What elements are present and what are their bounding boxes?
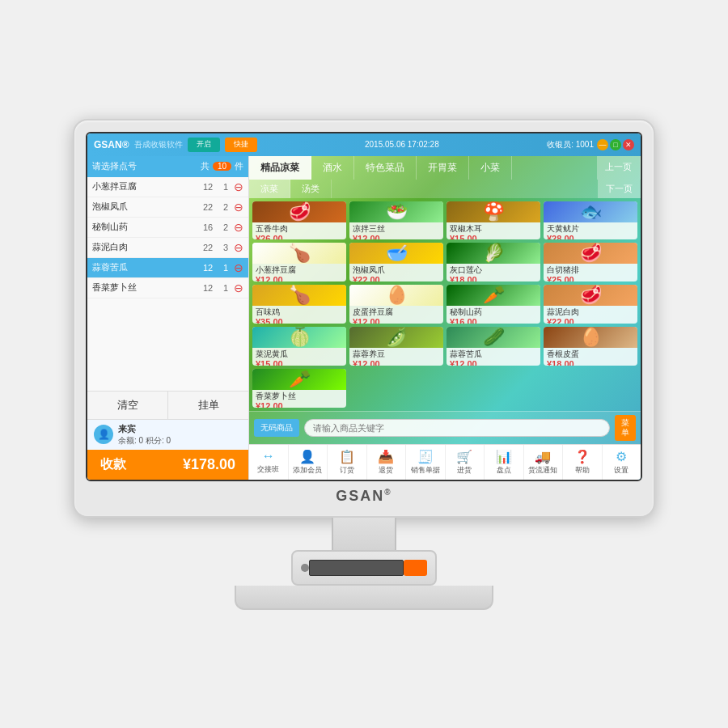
food-card[interactable]: 🥩 五香牛肉 ¥26.00 (252, 201, 346, 240)
food-card[interactable]: 🍗 小葱拌豆腐 ¥12.00 (252, 243, 346, 281)
minimize-btn[interactable]: — (597, 139, 608, 150)
food-name: 双椒木耳 (450, 224, 537, 234)
action-icon-退货[interactable]: 📥 退货 (367, 445, 407, 480)
food-image: 🥩 (252, 201, 346, 222)
food-card[interactable]: 🥕 秘制山药 ¥16.00 (447, 285, 540, 324)
order-item-delete[interactable]: ⊖ (234, 261, 243, 274)
action-icon-symbol: ⚙ (616, 449, 627, 464)
cat-tab-4[interactable]: 小菜 (469, 156, 512, 180)
order-item[interactable]: 泡椒凤爪 22 2 ⊖ (87, 197, 248, 218)
food-card[interactable]: 🥣 泡椒凤爪 ¥22.00 (349, 243, 443, 281)
food-image: 🥕 (447, 285, 540, 306)
action-icon-进货[interactable]: 🛒 进货 (446, 445, 485, 480)
action-icon-销售单据[interactable]: 🧾 销售单据 (406, 445, 446, 480)
food-price: ¥12.00 (450, 359, 537, 366)
brand-label: GSAN® (86, 481, 642, 508)
order-item[interactable]: 蒜泥白肉 22 3 ⊖ (87, 238, 248, 258)
next-page-btn[interactable]: 下一页 (598, 180, 641, 198)
cat-tab-0[interactable]: 精品凉菜 (249, 156, 311, 180)
checkout-amount: ¥178.00 (183, 456, 235, 473)
food-price: ¥28.00 (547, 234, 634, 240)
food-info: 双椒木耳 ¥15.00 (447, 222, 540, 240)
food-name: 泡椒凤爪 (353, 265, 440, 275)
sub-tab-0[interactable]: 凉菜 (249, 180, 290, 198)
order-item-delete[interactable]: ⊖ (234, 201, 243, 214)
food-card[interactable]: 🥩 蒜泥白肉 ¥22.00 (544, 285, 637, 324)
title-bar: GSAN® 吾成收银软件 开启 快捷 2015.05.06 17:02:28 收… (87, 133, 641, 156)
food-info: 香菜萝卜丝 ¥12.00 (252, 390, 346, 408)
action-icon-设置[interactable]: ⚙ 设置 (603, 445, 641, 480)
order-item-name: 蒜蓉苦瓜 (92, 261, 198, 273)
printer-button[interactable] (404, 560, 427, 576)
action-icon-symbol: 🧾 (417, 449, 434, 464)
food-image: 🥬 (447, 243, 540, 264)
checkout-bar[interactable]: 收款 ¥178.00 (87, 450, 248, 480)
action-icon-添加会员[interactable]: 👤 添加会员 (289, 445, 328, 480)
order-item-delete[interactable]: ⊖ (234, 180, 243, 193)
order-item-name: 蒜泥白肉 (92, 241, 198, 253)
prev-page-btn[interactable]: 上一页 (597, 156, 641, 180)
no-code-button[interactable]: 无码商品 (254, 419, 299, 437)
clear-button[interactable]: 清空 (87, 392, 168, 419)
food-name: 蒜蓉苦瓜 (450, 349, 537, 359)
search-row: 无码商品 菜单 (249, 412, 641, 444)
food-card[interactable]: 🍗 百味鸡 ¥35.00 (252, 285, 346, 324)
food-card[interactable]: 🥚 皮蛋拌豆腐 ¥12.00 (349, 285, 443, 324)
order-item-name: 香菜萝卜丝 (92, 281, 198, 294)
action-icon-label: 货流通知 (528, 465, 557, 476)
action-icon-货流通知[interactable]: 🚚 货流通知 (524, 445, 564, 480)
cat-tab-2[interactable]: 特色菜品 (354, 156, 417, 180)
search-input[interactable] (304, 419, 610, 437)
close-btn[interactable]: ✕ (623, 139, 634, 150)
order-item-name: 泡椒凤爪 (92, 201, 198, 213)
food-price: ¥12.00 (256, 401, 343, 408)
order-item[interactable]: 秘制山药 16 2 ⊖ (87, 218, 248, 238)
order-item-delete[interactable]: ⊖ (234, 281, 243, 294)
order-item[interactable]: 香菜萝卜丝 12 1 ⊖ (87, 278, 248, 298)
order-item[interactable]: 小葱拌豆腐 12 1 ⊖ (87, 177, 248, 197)
food-card[interactable]: 🥚 香根皮蛋 ¥18.00 (544, 327, 637, 366)
food-card[interactable]: 🍄 双椒木耳 ¥15.00 (447, 201, 540, 240)
cat-tab-1[interactable]: 酒水 (311, 156, 354, 180)
action-icon-交接班[interactable]: ↔ 交接班 (249, 445, 289, 480)
food-name: 菜泥黄瓜 (256, 349, 343, 359)
trans-button[interactable]: 菜单 (615, 415, 636, 441)
action-icon-盘点[interactable]: 📊 盘点 (485, 445, 524, 480)
order-item-qty: 1 (218, 263, 234, 273)
action-icon-symbol: 📋 (339, 449, 355, 464)
food-info: 泡椒凤爪 ¥22.00 (349, 264, 443, 281)
order-item[interactable]: 蒜蓉苦瓜 12 1 ⊖ (87, 258, 248, 278)
food-info: 皮蛋拌豆腐 ¥12.00 (349, 306, 443, 324)
food-name: 白切猪排 (547, 265, 634, 275)
action-icon-symbol: 📥 (378, 449, 394, 464)
food-card[interactable]: 🫛 蒜蓉养豆 ¥12.00 (349, 327, 443, 366)
order-item-price: 22 (198, 202, 218, 212)
food-image: 🍄 (447, 201, 540, 222)
quick-btn[interactable]: 快捷 (225, 138, 257, 152)
food-card[interactable]: 🐟 天黄鱿片 ¥28.00 (544, 201, 637, 240)
food-card[interactable]: 🥗 凉拌三丝 ¥12.00 (349, 201, 443, 240)
food-info: 秘制山药 ¥16.00 (447, 306, 540, 324)
action-icon-symbol: ❓ (574, 449, 590, 464)
food-price: ¥35.00 (256, 317, 343, 324)
food-price: ¥22.00 (547, 317, 634, 324)
action-icon-订货[interactable]: 📋 订货 (328, 445, 367, 480)
maximize-btn[interactable]: □ (610, 139, 621, 150)
screen: GSAN® 吾成收银软件 开启 快捷 2015.05.06 17:02:28 收… (86, 132, 642, 481)
open-btn[interactable]: 开启 (188, 138, 220, 152)
action-icon-帮助[interactable]: ❓ 帮助 (563, 445, 603, 480)
cat-tab-3[interactable]: 开胃菜 (417, 156, 469, 180)
app-logo: GSAN® (94, 139, 129, 150)
order-item-delete[interactable]: ⊖ (234, 221, 243, 234)
food-card[interactable]: 🍈 菜泥黄瓜 ¥15.00 (252, 327, 346, 366)
food-card[interactable]: 🥒 蒜蓉苦瓜 ¥12.00 (447, 327, 540, 366)
sub-tab-1[interactable]: 汤类 (290, 180, 332, 198)
order-item-delete[interactable]: ⊖ (234, 241, 243, 254)
food-name: 五香牛肉 (256, 224, 343, 234)
food-card[interactable]: 🥩 白切猪排 ¥25.00 (544, 243, 637, 281)
food-card[interactable]: 🥬 灰口莲心 ¥18.00 (447, 243, 540, 281)
food-price: ¥12.00 (256, 275, 343, 281)
order-item-qty: 2 (218, 222, 234, 232)
hold-button[interactable]: 挂单 (168, 392, 248, 419)
food-card[interactable]: 🥕 香菜萝卜丝 ¥12.00 (252, 369, 346, 408)
